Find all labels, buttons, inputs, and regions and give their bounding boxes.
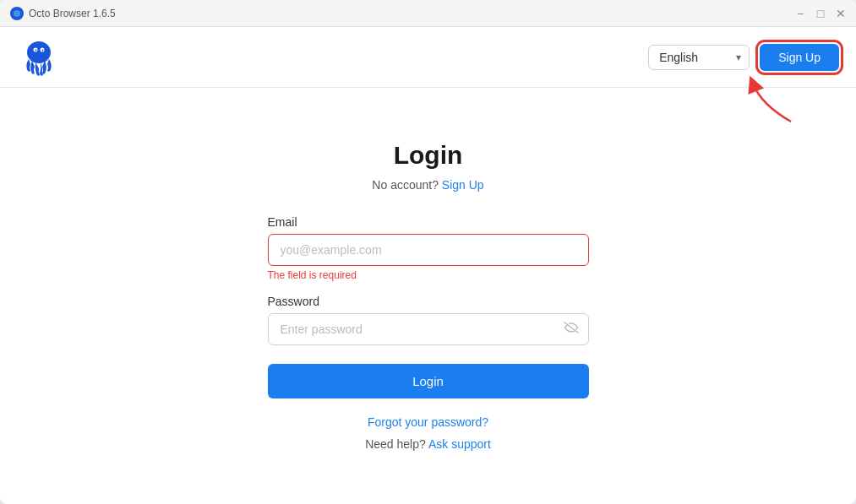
email-label: Email [268,215,589,229]
no-account-text: No account? Sign Up [372,178,483,192]
main-content: Login No account? Sign Up Email The fiel… [0,88,856,504]
email-error: The field is required [268,269,589,281]
title-bar: Octo Browser 1.6.5 − □ ✕ [0,0,856,27]
toggle-password-icon[interactable] [564,322,579,337]
logo-image [17,35,61,79]
svg-point-0 [14,10,20,17]
title-bar-left: Octo Browser 1.6.5 [10,7,116,20]
signup-link[interactable]: Sign Up [442,178,484,192]
svg-point-5 [42,49,44,51]
password-wrapper [268,313,589,345]
login-button[interactable]: Login [268,364,589,398]
password-label: Password [268,295,589,308]
svg-point-1 [27,41,51,63]
language-select[interactable]: English Русский 中文 Español [648,45,750,70]
email-input[interactable] [268,234,589,266]
app-window: Octo Browser 1.6.5 − □ ✕ [0,0,856,504]
password-group: Password [268,295,589,345]
maximize-button[interactable]: □ [815,8,826,19]
ask-support-link[interactable]: Ask support [428,437,491,451]
language-selector-wrapper: English Русский 中文 Español ▾ [648,45,750,70]
logo [17,35,61,79]
need-help-text: Need help? Ask support [365,437,491,451]
close-button[interactable]: ✕ [836,8,846,19]
app-title: Octo Browser 1.6.5 [29,8,116,19]
page-title: Login [394,141,463,170]
password-input[interactable] [268,313,589,345]
header: English Русский 中文 Español ▾ Sign Up [0,27,856,88]
forgot-password-link-wrapper: Forgot your password? [368,415,488,429]
email-group: Email The field is required [268,215,589,281]
login-form: Email The field is required Password [268,215,589,398]
forgot-password-link[interactable]: Forgot your password? [368,415,488,429]
header-right: English Русский 中文 Español ▾ Sign Up [648,44,839,71]
svg-point-4 [35,49,37,51]
window-controls: − □ ✕ [795,8,846,19]
app-icon [10,7,24,20]
signup-button[interactable]: Sign Up [760,44,839,71]
minimize-button[interactable]: − [795,8,805,19]
